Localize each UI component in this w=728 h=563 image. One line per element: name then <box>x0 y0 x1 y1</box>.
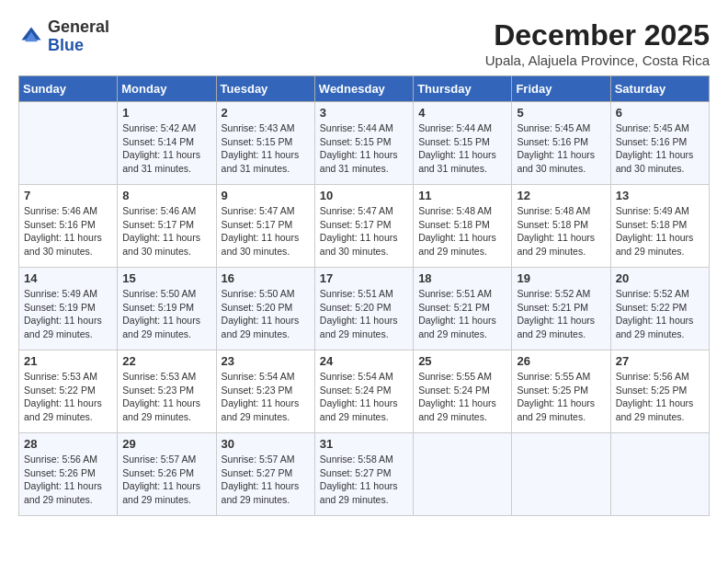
calendar-cell: 19Sunrise: 5:52 AM Sunset: 5:21 PM Dayli… <box>512 268 610 350</box>
day-info: Sunrise: 5:48 AM Sunset: 5:18 PM Dayligh… <box>517 204 605 259</box>
day-info: Sunrise: 5:51 AM Sunset: 5:21 PM Dayligh… <box>418 287 506 341</box>
page-header: General Blue December 2025 Upala, Alajue… <box>18 18 710 68</box>
day-info: Sunrise: 5:53 AM Sunset: 5:23 PM Dayligh… <box>122 370 210 424</box>
day-info: Sunrise: 5:53 AM Sunset: 5:22 PM Dayligh… <box>24 370 112 424</box>
day-info: Sunrise: 5:51 AM Sunset: 5:20 PM Dayligh… <box>320 287 408 341</box>
day-number: 2 <box>222 106 310 120</box>
calendar-cell: 31Sunrise: 5:58 AM Sunset: 5:27 PM Dayli… <box>314 433 413 516</box>
day-info: Sunrise: 5:58 AM Sunset: 5:27 PM Dayligh… <box>320 453 408 507</box>
calendar-cell: 15Sunrise: 5:50 AM Sunset: 5:19 PM Dayli… <box>118 268 216 350</box>
calendar-cell: 16Sunrise: 5:50 AM Sunset: 5:20 PM Dayli… <box>216 268 314 350</box>
day-info: Sunrise: 5:57 AM Sunset: 5:26 PM Dayligh… <box>122 453 210 507</box>
day-info: Sunrise: 5:55 AM Sunset: 5:25 PM Dayligh… <box>517 370 605 424</box>
calendar-cell: 2Sunrise: 5:43 AM Sunset: 5:15 PM Daylig… <box>216 102 314 185</box>
calendar-cell: 24Sunrise: 5:54 AM Sunset: 5:24 PM Dayli… <box>314 350 413 433</box>
calendar-cell: 18Sunrise: 5:51 AM Sunset: 5:21 PM Dayli… <box>414 268 512 350</box>
day-info: Sunrise: 5:45 AM Sunset: 5:16 PM Dayligh… <box>616 121 704 176</box>
calendar-cell: 25Sunrise: 5:55 AM Sunset: 5:24 PM Dayli… <box>414 350 512 433</box>
calendar-cell <box>19 102 118 185</box>
day-number: 1 <box>122 106 210 120</box>
day-info: Sunrise: 5:54 AM Sunset: 5:24 PM Dayligh… <box>320 370 408 424</box>
week-row-1: 1Sunrise: 5:42 AM Sunset: 5:14 PM Daylig… <box>19 102 710 185</box>
day-number: 17 <box>320 271 408 285</box>
day-number: 5 <box>517 106 605 120</box>
day-number: 8 <box>122 189 210 202</box>
day-info: Sunrise: 5:43 AM Sunset: 5:15 PM Dayligh… <box>222 121 310 176</box>
day-info: Sunrise: 5:47 AM Sunset: 5:17 PM Dayligh… <box>320 204 408 259</box>
day-info: Sunrise: 5:44 AM Sunset: 5:15 PM Dayligh… <box>418 121 506 176</box>
calendar-cell: 27Sunrise: 5:56 AM Sunset: 5:25 PM Dayli… <box>610 350 709 433</box>
calendar-header-row: SundayMondayTuesdayWednesdayThursdayFrid… <box>19 76 710 102</box>
calendar-cell: 13Sunrise: 5:49 AM Sunset: 5:18 PM Dayli… <box>610 185 709 268</box>
day-info: Sunrise: 5:49 AM Sunset: 5:19 PM Dayligh… <box>24 287 112 341</box>
calendar-cell: 8Sunrise: 5:46 AM Sunset: 5:17 PM Daylig… <box>118 185 216 268</box>
logo: General Blue <box>18 18 109 55</box>
month-year: December 2025 <box>485 18 710 52</box>
day-number: 29 <box>122 437 210 451</box>
column-header-tuesday: Tuesday <box>216 76 314 102</box>
day-info: Sunrise: 5:52 AM Sunset: 5:21 PM Dayligh… <box>517 287 605 341</box>
column-header-monday: Monday <box>118 76 216 102</box>
day-info: Sunrise: 5:48 AM Sunset: 5:18 PM Dayligh… <box>418 204 506 259</box>
calendar-cell: 3Sunrise: 5:44 AM Sunset: 5:15 PM Daylig… <box>314 102 413 185</box>
day-info: Sunrise: 5:42 AM Sunset: 5:14 PM Dayligh… <box>122 121 210 176</box>
day-number: 27 <box>616 354 704 368</box>
calendar-cell: 10Sunrise: 5:47 AM Sunset: 5:17 PM Dayli… <box>314 185 413 268</box>
calendar-cell: 6Sunrise: 5:45 AM Sunset: 5:16 PM Daylig… <box>610 102 709 185</box>
calendar-cell: 14Sunrise: 5:49 AM Sunset: 5:19 PM Dayli… <box>19 268 118 350</box>
column-header-thursday: Thursday <box>414 76 512 102</box>
day-info: Sunrise: 5:55 AM Sunset: 5:24 PM Dayligh… <box>418 370 506 424</box>
day-info: Sunrise: 5:50 AM Sunset: 5:19 PM Dayligh… <box>122 287 210 341</box>
calendar-cell: 23Sunrise: 5:54 AM Sunset: 5:23 PM Dayli… <box>216 350 314 433</box>
calendar-cell: 4Sunrise: 5:44 AM Sunset: 5:15 PM Daylig… <box>414 102 512 185</box>
day-info: Sunrise: 5:44 AM Sunset: 5:15 PM Dayligh… <box>320 121 408 176</box>
calendar-cell: 30Sunrise: 5:57 AM Sunset: 5:27 PM Dayli… <box>216 433 314 516</box>
day-info: Sunrise: 5:49 AM Sunset: 5:18 PM Dayligh… <box>616 204 704 259</box>
calendar-cell: 12Sunrise: 5:48 AM Sunset: 5:18 PM Dayli… <box>512 185 610 268</box>
column-header-wednesday: Wednesday <box>314 76 413 102</box>
day-number: 26 <box>517 354 605 368</box>
day-number: 21 <box>24 354 112 368</box>
calendar-cell: 20Sunrise: 5:52 AM Sunset: 5:22 PM Dayli… <box>610 268 709 350</box>
day-number: 13 <box>616 189 704 202</box>
day-info: Sunrise: 5:56 AM Sunset: 5:26 PM Dayligh… <box>24 453 112 507</box>
day-number: 31 <box>320 437 408 451</box>
day-number: 9 <box>222 189 310 202</box>
day-number: 10 <box>320 189 408 202</box>
logo-text: General Blue <box>48 18 109 55</box>
location: Upala, Alajuela Province, Costa Rica <box>485 52 710 68</box>
column-header-friday: Friday <box>512 76 610 102</box>
day-number: 25 <box>418 354 506 368</box>
week-row-2: 7Sunrise: 5:46 AM Sunset: 5:16 PM Daylig… <box>19 185 710 268</box>
day-info: Sunrise: 5:52 AM Sunset: 5:22 PM Dayligh… <box>616 287 704 341</box>
day-number: 6 <box>616 106 704 120</box>
day-number: 30 <box>222 437 310 451</box>
column-header-sunday: Sunday <box>19 76 118 102</box>
calendar-cell: 9Sunrise: 5:47 AM Sunset: 5:17 PM Daylig… <box>216 185 314 268</box>
logo-blue: Blue <box>48 36 84 54</box>
day-number: 3 <box>320 106 408 120</box>
week-row-3: 14Sunrise: 5:49 AM Sunset: 5:19 PM Dayli… <box>19 268 710 350</box>
day-number: 22 <box>122 354 210 368</box>
day-number: 7 <box>24 189 112 202</box>
calendar-cell: 5Sunrise: 5:45 AM Sunset: 5:16 PM Daylig… <box>512 102 610 185</box>
day-number: 12 <box>517 189 605 202</box>
calendar-cell <box>414 433 512 516</box>
title-block: December 2025 Upala, Alajuela Province, … <box>485 18 710 68</box>
calendar-cell <box>610 433 709 516</box>
day-info: Sunrise: 5:46 AM Sunset: 5:16 PM Dayligh… <box>24 204 112 259</box>
calendar-cell: 11Sunrise: 5:48 AM Sunset: 5:18 PM Dayli… <box>414 185 512 268</box>
calendar-cell: 26Sunrise: 5:55 AM Sunset: 5:25 PM Dayli… <box>512 350 610 433</box>
calendar-cell: 17Sunrise: 5:51 AM Sunset: 5:20 PM Dayli… <box>314 268 413 350</box>
day-info: Sunrise: 5:57 AM Sunset: 5:27 PM Dayligh… <box>222 453 310 507</box>
day-info: Sunrise: 5:54 AM Sunset: 5:23 PM Dayligh… <box>222 370 310 424</box>
day-number: 4 <box>418 106 506 120</box>
day-info: Sunrise: 5:50 AM Sunset: 5:20 PM Dayligh… <box>222 287 310 341</box>
day-number: 16 <box>222 271 310 285</box>
day-number: 20 <box>616 271 704 285</box>
day-number: 19 <box>517 271 605 285</box>
day-number: 14 <box>24 271 112 285</box>
day-number: 23 <box>222 354 310 368</box>
week-row-5: 28Sunrise: 5:56 AM Sunset: 5:26 PM Dayli… <box>19 433 710 516</box>
calendar-cell <box>512 433 610 516</box>
